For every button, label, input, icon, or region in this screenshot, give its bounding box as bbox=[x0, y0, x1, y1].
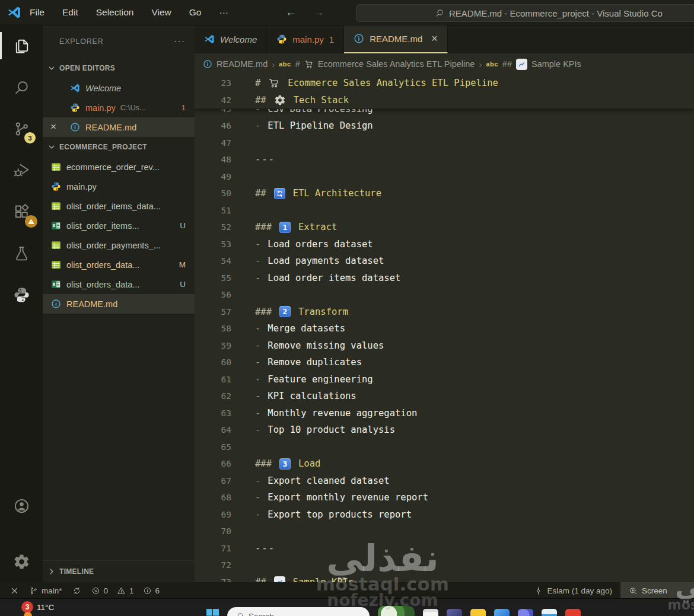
excel-file-icon bbox=[51, 221, 61, 231]
line-number: 73 bbox=[195, 577, 231, 582]
file-label: ecommerce_order_rev... bbox=[66, 162, 160, 172]
taskbar-app-blue-app[interactable] bbox=[494, 609, 510, 616]
line-number: 71 bbox=[195, 544, 231, 553]
close-icon[interactable]: × bbox=[50, 121, 56, 133]
taskbar-app-red-app[interactable] bbox=[565, 609, 581, 616]
git-status-badge: U bbox=[180, 280, 186, 289]
weather-widget[interactable]: 3 11°C bbox=[21, 601, 54, 613]
statusbar-git-branch[interactable]: main* bbox=[29, 586, 62, 595]
problem-count-badge: 1 bbox=[181, 103, 186, 112]
activity-search-button[interactable] bbox=[0, 66, 43, 108]
file-readme-md[interactable]: README.md bbox=[43, 294, 195, 314]
tab-readme-md[interactable]: README.md× bbox=[344, 25, 448, 53]
line-number: 23 bbox=[195, 78, 231, 88]
code-viewport[interactable]: 46-ETL Pipeline Design4748---4950##ETL A… bbox=[195, 75, 694, 582]
nav-back-button[interactable]: ← bbox=[285, 6, 297, 19]
screenshot-root: { "title_bar": { "menus": ["File", "Edit… bbox=[0, 0, 694, 616]
taskbar-search[interactable]: Search bbox=[227, 607, 370, 616]
keycap-2-icon: 2 bbox=[279, 306, 291, 317]
line-number: 61 bbox=[195, 375, 231, 384]
window-title-search[interactable]: README.md - Ecommerce_project - Visual S… bbox=[356, 4, 694, 22]
file-olist-order-items-data---[interactable]: olist_order_items_data... bbox=[43, 196, 195, 216]
file-main-py[interactable]: main.py bbox=[43, 177, 195, 196]
taskbar-app-powerbi[interactable] bbox=[447, 609, 462, 616]
activity-explorer-button[interactable] bbox=[0, 25, 43, 66]
line-number: 47 bbox=[195, 138, 231, 148]
weather-icon bbox=[24, 612, 32, 616]
line-number: 49 bbox=[195, 172, 231, 181]
breadcrumb[interactable]: README.md›abc#Ecommerce Sales Analytics … bbox=[195, 53, 694, 75]
line-number: 72 bbox=[195, 560, 231, 570]
tab-main-py[interactable]: main.py1 bbox=[267, 25, 344, 53]
windows-start-button[interactable] bbox=[206, 609, 219, 616]
code-line-54: 54-Load payments dataset bbox=[195, 253, 694, 270]
tab-welcome[interactable]: Welcome bbox=[195, 25, 267, 53]
activity-settings-button[interactable] bbox=[0, 541, 43, 582]
code-line-70: 70 bbox=[195, 523, 694, 540]
menu-item-selection[interactable]: Selection bbox=[96, 7, 134, 18]
commit-icon bbox=[534, 586, 543, 595]
code-line-71: 71--- bbox=[195, 540, 694, 557]
explorer-icon bbox=[13, 37, 30, 55]
activity-account-button[interactable] bbox=[0, 485, 43, 526]
statusbar-problems[interactable]: 016 bbox=[91, 586, 166, 595]
statusbar-git-blame[interactable]: Eslam (1 day ago) bbox=[526, 582, 620, 599]
menu-item-file[interactable]: File bbox=[30, 7, 44, 18]
statusbar-errors[interactable]: 0 bbox=[91, 586, 109, 595]
scm-badge: 3 bbox=[24, 132, 36, 143]
code-line-66: 66###3Load bbox=[195, 455, 694, 473]
code-line-46: 46-ETL Pipeline Design bbox=[195, 117, 694, 135]
statusbar-sync[interactable] bbox=[72, 586, 81, 595]
menu-item-[interactable]: ··· bbox=[219, 7, 228, 18]
file-ecommerce-order-rev---[interactable]: ecommerce_order_rev... bbox=[43, 157, 195, 177]
line-number: 68 bbox=[195, 493, 231, 502]
open-editor-readme-md[interactable]: ×README.md bbox=[43, 117, 195, 137]
file-label: olist_orders_data... bbox=[66, 280, 139, 289]
activity-source-control-button[interactable]: 3 bbox=[0, 108, 43, 149]
search-icon bbox=[13, 79, 30, 96]
statusbar-warnings[interactable]: 1 bbox=[117, 586, 134, 595]
file-olist-order-payments----[interactable]: olist_order_payments_... bbox=[43, 235, 195, 255]
statusbar-infos[interactable]: 6 bbox=[143, 586, 160, 595]
taskbar-app-people[interactable] bbox=[518, 609, 533, 616]
activity-extensions-button[interactable] bbox=[0, 191, 43, 232]
file-olist-order-items---[interactable]: olist_order_items...U bbox=[43, 216, 195, 235]
activity-python-button[interactable] bbox=[0, 274, 43, 315]
activity-run-debug-button[interactable] bbox=[0, 149, 43, 191]
taskbar-app-folder[interactable] bbox=[470, 609, 486, 616]
account-icon bbox=[13, 497, 30, 515]
tab-close-icon[interactable]: × bbox=[431, 33, 438, 45]
menu-item-edit[interactable]: Edit bbox=[62, 7, 78, 18]
open-editors-section-header[interactable]: OPEN EDITORS bbox=[43, 58, 195, 78]
code-line-47: 47 bbox=[195, 135, 694, 152]
taskbar-app-notepad[interactable] bbox=[423, 609, 438, 616]
taskbar-app-briefcase[interactable] bbox=[542, 609, 557, 616]
open-editor-label: Welcome bbox=[85, 84, 121, 93]
branch-icon bbox=[29, 586, 38, 595]
open-editor-welcome[interactable]: Welcome bbox=[43, 78, 195, 98]
activity-testing-button[interactable] bbox=[0, 232, 43, 274]
file-olist-orders-data---[interactable]: olist_orders_data...U bbox=[43, 275, 195, 294]
food-image-thumbnail[interactable] bbox=[378, 606, 415, 616]
menu-item-go[interactable]: Go bbox=[189, 7, 202, 18]
line-number: 58 bbox=[195, 324, 231, 333]
vscode-logo-icon bbox=[7, 5, 21, 20]
code-line-55: 55-Load order items dataset bbox=[195, 270, 694, 287]
code-line-68: 68-Export monthly revenue report bbox=[195, 489, 694, 506]
file-olist-orders-data---[interactable]: olist_orders_data...M bbox=[43, 255, 195, 275]
statusbar-screencast[interactable]: Screen bbox=[620, 582, 694, 599]
code-line-61: 61-Feature engineering bbox=[195, 371, 694, 388]
statusbar-remote-indicator[interactable] bbox=[10, 586, 19, 595]
line-number: 55 bbox=[195, 273, 231, 283]
menu-item-view[interactable]: View bbox=[151, 7, 171, 18]
open-editor-main-py[interactable]: main.pyC:\Us...1 bbox=[43, 98, 195, 117]
timeline-section-header[interactable]: TIMELINE bbox=[43, 560, 195, 582]
settings-icon bbox=[13, 553, 30, 570]
project-section-header[interactable]: ECOMMERCE_PROJECT bbox=[43, 137, 195, 157]
sticky-scroll: 23#Ecommerce Sales Analytics ETL Pipelin… bbox=[195, 75, 694, 108]
open-editor-label: main.py bbox=[85, 103, 116, 113]
sidebar-more-actions-button[interactable]: ··· bbox=[174, 36, 185, 47]
code-line-49: 49 bbox=[195, 168, 694, 186]
nav-forward-button[interactable]: → bbox=[313, 6, 324, 19]
tab-label: Welcome bbox=[220, 34, 257, 44]
